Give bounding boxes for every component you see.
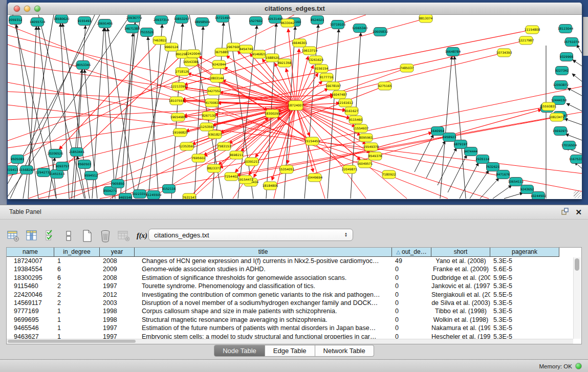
row-selection-icon[interactable] [43, 229, 57, 243]
cell-pagerank[interactable]: 5.3E-5 [490, 299, 559, 307]
graph-node[interactable]: 11154808 [525, 26, 540, 34]
graph-node[interactable]: 8813074 [419, 15, 433, 23]
cell-out_de[interactable]: 0 [392, 265, 431, 273]
graph-node[interactable]: 10719105 [330, 20, 346, 29]
cell-short[interactable]: Stergiakouli et al. (2012) [431, 291, 490, 299]
table-row[interactable]: 1830029562008Estimation of significance … [7, 274, 581, 282]
memory-status-indicator[interactable] [575, 363, 582, 369]
cell-title[interactable]: Investigating the contribution of common… [135, 291, 392, 299]
cell-pagerank[interactable]: 5.3E-5 [490, 257, 559, 265]
table-row[interactable]: 946554611997Estimation of the future num… [7, 324, 581, 332]
window-resize-handle[interactable] [574, 191, 581, 198]
graph-node[interactable]: 8177716 [320, 73, 334, 81]
citation-network-graph[interactable]: 2059312140557241858062091554932069140620… [8, 15, 582, 199]
graph-node[interactable]: 12161612 [338, 99, 354, 107]
graph-node[interactable]: 1527602 [249, 17, 263, 26]
table-row[interactable]: 2242004622012Investigating the contribut… [7, 291, 581, 299]
graph-node[interactable]: 9465546 [119, 193, 133, 200]
horizontal-scrollbar-thumb[interactable] [8, 340, 136, 343]
cell-out_de[interactable]: 0 [392, 274, 431, 282]
table-row[interactable]: 911546021997Tourette syndrome. Phenomeno… [7, 282, 581, 290]
network-canvas[interactable]: 2059312140557241858062091554932069140620… [8, 15, 582, 199]
graph-node[interactable]: 22420046 [186, 50, 202, 58]
column-header-in_degree[interactable]: in_degree [54, 248, 100, 257]
graph-node[interactable]: 9156154 [315, 64, 329, 73]
cell-year[interactable]: 1998 [100, 307, 135, 315]
cell-in_degree[interactable]: 2 [54, 291, 100, 299]
table-row[interactable]: 1872400712008Changes of HCN gene express… [7, 257, 581, 265]
graph-node[interactable]: 8524021 [311, 16, 324, 25]
cell-pagerank[interactable]: 5.9E-5 [490, 274, 559, 282]
graph-node[interactable]: 8560503 [78, 160, 92, 169]
graph-node[interactable]: 3675885 [215, 48, 229, 56]
cell-out_de[interactable]: 0 [392, 324, 431, 332]
cell-pagerank[interactable]: 5.3E-5 [490, 324, 559, 332]
graph-node[interactable]: 18107554 [169, 97, 185, 105]
cell-in_degree[interactable]: 1 [54, 307, 100, 315]
cell-in_degree[interactable]: 2 [54, 299, 100, 307]
graph-node[interactable]: 8698211 [230, 151, 244, 159]
graph-node[interactable]: 10391211 [244, 158, 260, 166]
graph-node[interactable]: 9329966 [560, 53, 574, 61]
graph-node[interactable]: 15593831 [541, 102, 557, 111]
graph-node[interactable]: 18958509 [194, 18, 210, 27]
table-row[interactable]: 969969511998Structural magnetic resonanc… [7, 316, 581, 324]
graph-node[interactable]: 19613719 [302, 47, 318, 55]
graph-node[interactable]: 8823373 [207, 164, 221, 172]
graph-node[interactable]: 16543386 [183, 58, 199, 66]
graph-node[interactable]: 15549378 [363, 143, 379, 151]
cell-title[interactable]: Corpus callosum shape and size in male p… [135, 307, 392, 315]
graph-node[interactable]: 19154472 [238, 176, 254, 184]
cell-name[interactable]: 22420046 [7, 291, 54, 299]
graph-node[interactable]: 1640954 [431, 127, 445, 136]
cell-title[interactable]: Disruption of a novel member of a sodium… [135, 299, 392, 307]
cell-name[interactable]: 18300295 [7, 274, 54, 282]
column-header-short[interactable]: short [431, 248, 490, 257]
column-header-pagerank[interactable]: pagerank [490, 248, 559, 257]
cell-pagerank[interactable]: 5.5E-5 [490, 291, 559, 299]
column-header-title[interactable]: title [135, 248, 392, 257]
cell-out_de[interactable]: 49 [392, 257, 431, 265]
cell-name[interactable]: 18724007 [7, 257, 54, 265]
table-row[interactable]: 977716911998Corpus callosum shape and si… [7, 307, 581, 315]
graph-node[interactable]: 14671388 [124, 25, 140, 33]
graph-node[interactable]: 20206526 [48, 149, 63, 158]
graph-node[interactable]: 28053346 [75, 61, 91, 70]
graph-node[interactable]: 2803144 [210, 74, 224, 82]
graph-node[interactable]: 2967608 [227, 43, 241, 51]
cell-title[interactable]: Genome-wide association studies in ADHD. [135, 265, 392, 273]
graph-node[interactable]: 9474444 [464, 147, 478, 156]
cell-year[interactable]: 2008 [100, 257, 135, 265]
graph-node[interactable]: 9152116 [162, 185, 176, 193]
graph-node[interactable]: 9155493 [78, 17, 92, 26]
cell-out_de[interactable]: 0 [392, 291, 431, 299]
column-header-out_de[interactable]: △out_de… [392, 248, 431, 257]
cell-year[interactable]: 2003 [100, 299, 135, 307]
table-row[interactable]: 1456911722003Disruption of a novel membe… [7, 299, 581, 307]
graph-node[interactable]: 8267130 [202, 112, 216, 120]
tab-node-table[interactable]: Node Table [214, 345, 265, 357]
column-visibility-icon[interactable] [25, 229, 38, 243]
graph-node[interactable]: 22049871 [342, 165, 358, 173]
graph-node[interactable]: 10605832 [373, 28, 388, 36]
graph-node[interactable]: 11253593 [199, 123, 215, 131]
graph-node[interactable]: 7254402 [225, 172, 238, 181]
vertical-scrollbar-thumb[interactable] [575, 258, 579, 271]
vertical-scrollbar[interactable] [573, 257, 581, 339]
graph-node[interactable]: 18580620 [54, 15, 70, 24]
graph-node[interactable]: 16648784 [445, 48, 461, 56]
graph-node[interactable]: 15354051 [279, 165, 295, 173]
cell-short[interactable]: Wolkin et al. (1998) [431, 316, 490, 324]
cell-in_degree[interactable]: 1 [54, 324, 100, 332]
graph-node[interactable]: 9242844 [212, 60, 226, 69]
graph-node[interactable]: 3427552 [207, 87, 221, 95]
network-window-titlebar[interactable]: citations_edges.txt [8, 3, 582, 15]
cell-short[interactable]: Dudbridge et al. (2008) [431, 274, 490, 282]
graph-node[interactable]: 15154451 [304, 137, 320, 145]
cell-year[interactable]: 1997 [100, 282, 135, 290]
graph-node[interactable]: 16047487 [332, 91, 347, 99]
graph-node[interactable]: 2718126 [176, 68, 189, 76]
graph-node[interactable]: 11675330 [569, 155, 582, 164]
cell-short[interactable]: Franke et al. (2009) [431, 265, 490, 273]
graph-node[interactable]: 9093757 [56, 162, 70, 171]
